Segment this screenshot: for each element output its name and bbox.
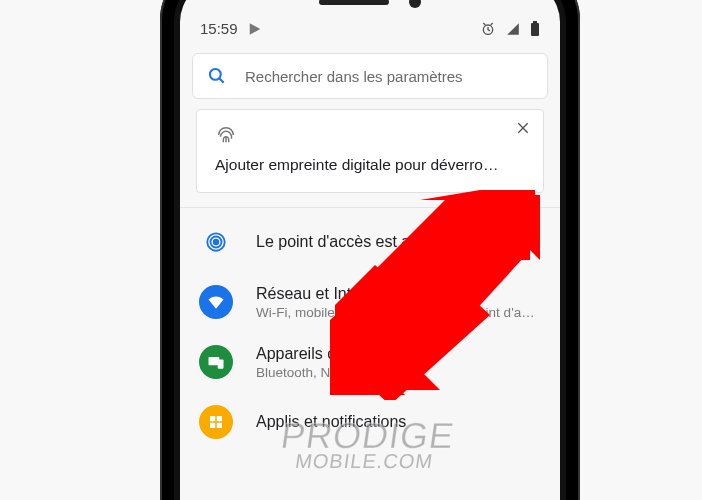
battery-icon [530,21,540,37]
fingerprint-suggestion-card[interactable]: Ajouter empreinte digitale pour déverrou… [196,109,544,193]
svg-rect-8 [218,360,224,369]
settings-item-title: Réseau et Internet [256,285,542,303]
svg-rect-12 [217,423,222,428]
hotspot-status-row[interactable]: Le point d'accès est actif [180,212,560,272]
apps-icon [199,405,233,439]
settings-item-subtitle: Bluetooth, NFC [256,365,542,380]
hotspot-icon [205,231,227,253]
watermark-line1: PRODIGE [279,420,457,452]
svg-point-3 [210,69,221,80]
svg-point-4 [214,240,219,245]
settings-item-connected-devices[interactable]: Appareils connectés Bluetooth, NFC [180,332,560,392]
play-store-icon [248,22,262,36]
search-icon [207,66,227,86]
front-camera [409,0,421,8]
svg-rect-2 [533,21,537,23]
search-input[interactable]: Rechercher dans les paramètres [192,53,548,99]
suggestion-text: Ajouter empreinte digitale pour déverrou… [215,156,507,174]
settings-item-title: Appareils connectés [256,345,542,363]
cellular-icon [506,22,520,36]
chevron-down-icon[interactable] [524,233,542,251]
search-placeholder: Rechercher dans les paramètres [245,68,463,85]
status-time: 15:59 [200,20,238,37]
fingerprint-icon [215,124,507,146]
alarm-icon [480,21,496,37]
settings-item-subtitle: Wi-Fi, mobile, conso. des données, point… [256,305,542,320]
notch [319,0,421,8]
devices-icon [199,345,233,379]
svg-rect-1 [531,23,539,36]
speaker-slot [319,0,389,5]
close-icon[interactable] [515,120,531,136]
hotspot-title: Le point d'accès est actif [256,233,502,251]
watermark-line2: MOBILE.COM [276,452,452,470]
watermark: PRODIGE MOBILE.COM [276,420,456,470]
svg-rect-10 [217,416,222,421]
svg-rect-9 [210,416,215,421]
svg-rect-11 [210,423,215,428]
settings-item-network[interactable]: Réseau et Internet Wi-Fi, mobile, conso.… [180,272,560,332]
divider [180,207,560,208]
wifi-icon [199,285,233,319]
